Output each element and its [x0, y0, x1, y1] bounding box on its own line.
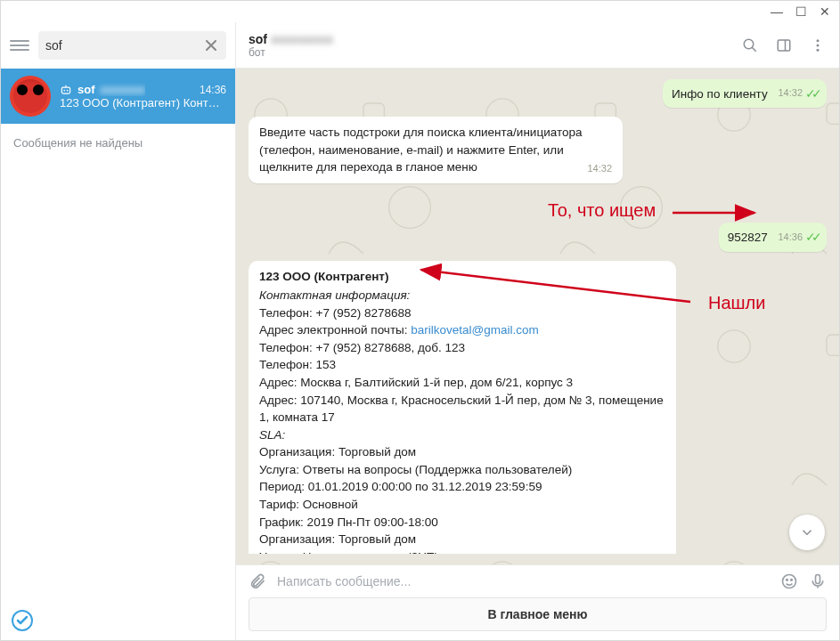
- info-line: Услуга: Написание отчета (ЗУП): [259, 548, 665, 554]
- info-line: Телефон: +7 (952) 8278688: [259, 304, 665, 322]
- avatar: [10, 76, 51, 117]
- svg-point-2: [67, 89, 69, 91]
- no-results-label: Сообщения не найдены: [1, 124, 235, 162]
- svg-point-10: [817, 48, 820, 51]
- message-out[interactable]: Инфо по клиенту 14:32✓✓: [663, 79, 827, 108]
- message-time: 14:32: [778, 86, 803, 101]
- svg-rect-0: [61, 87, 69, 93]
- info-line: Телефон: 153: [259, 356, 665, 374]
- info-line: Тариф: Основной: [259, 496, 665, 514]
- svg-point-4: [744, 39, 754, 49]
- message-input[interactable]: [277, 574, 770, 588]
- window-close[interactable]: ✕: [820, 5, 830, 18]
- message-in[interactable]: Введите часть подстроки для поиска клиен…: [249, 117, 623, 183]
- svg-point-13: [783, 575, 796, 588]
- svg-point-15: [791, 580, 793, 581]
- search-clear-icon[interactable]: [203, 37, 219, 53]
- info-line: Телефон: +7 (952) 8278688, доб. 123: [259, 339, 665, 357]
- scroll-to-bottom-button[interactable]: [789, 515, 825, 550]
- chat-time: 14:36: [200, 84, 226, 96]
- message-text: Введите часть подстроки для поиска клиен…: [259, 126, 582, 174]
- info-line: Организация: Торговый дом: [259, 443, 665, 461]
- svg-rect-6: [778, 40, 790, 51]
- svg-point-14: [787, 580, 788, 581]
- info-line: Организация: Торговый дом: [259, 531, 665, 548]
- info-section-label: SLA: [259, 428, 282, 442]
- more-icon[interactable]: [809, 37, 827, 54]
- emoji-icon[interactable]: [780, 572, 798, 590]
- window-controls: — ☐ ✕: [1, 1, 839, 22]
- svg-point-9: [817, 44, 820, 46]
- chat-panel: sofxxxxxxxxx бот: [236, 22, 839, 640]
- search-icon[interactable]: [741, 37, 759, 54]
- message-out[interactable]: 952827 14:36✓✓: [719, 223, 827, 251]
- chat-name-prefix: sof: [77, 83, 95, 96]
- info-line: Период: 01.01.2019 0:00:00 по 31.12.2019…: [259, 478, 665, 496]
- message-text: 952827: [728, 231, 768, 244]
- message-time: 14:32: [587, 162, 612, 176]
- svg-line-5: [752, 47, 756, 52]
- attach-icon[interactable]: [249, 572, 266, 590]
- sidebar: sofxxxxxxx 14:36 123 ООО (Контрагент) Ко…: [1, 22, 236, 640]
- mic-icon[interactable]: [809, 572, 827, 590]
- info-line: Адрес: 107140, Москва г, Красносельский …: [259, 392, 665, 426]
- info-section-label: Контактная информация: [259, 288, 407, 302]
- message-time: 14:36: [778, 231, 803, 245]
- messages-area: Инфо по клиенту 14:32✓✓ Введите часть по…: [236, 69, 839, 564]
- hamburger-icon[interactable]: [10, 40, 29, 51]
- info-line: График: 2019 Пн-Пт 09:00-18:00: [259, 514, 665, 531]
- message-text: Инфо по клиенту: [672, 87, 768, 101]
- info-line: Адрес: Москва г, Балтийский 1-й пер, дом…: [259, 374, 665, 392]
- bot-icon: [60, 84, 72, 96]
- info-line: Адрес электронной почты: barilkovetal@gm…: [259, 321, 665, 339]
- chat-header: sofxxxxxxxxx бот: [236, 22, 839, 69]
- svg-rect-16: [816, 575, 820, 584]
- search-input[interactable]: [45, 38, 203, 53]
- chat-subtitle: бот: [249, 46, 333, 59]
- verified-badge-icon: [12, 610, 33, 631]
- chat-preview: 123 ООО (Контрагент) Конт…: [60, 96, 226, 110]
- chat-title-prefix: sof: [249, 32, 267, 46]
- read-ticks-icon: ✓✓: [805, 85, 818, 102]
- info-title: 123 ООО (Контрагент): [259, 268, 665, 286]
- svg-point-8: [817, 39, 820, 42]
- svg-point-1: [63, 89, 65, 91]
- search-box[interactable]: [38, 31, 226, 60]
- window-minimize[interactable]: —: [771, 5, 783, 18]
- main-menu-button[interactable]: В главное меню: [249, 597, 827, 631]
- chat-list-item[interactable]: sofxxxxxxx 14:36 123 ООО (Контрагент) Ко…: [1, 69, 235, 124]
- message-in-info[interactable]: 123 ООО (Контрагент) Контактная информац…: [249, 261, 676, 554]
- side-panel-icon[interactable]: [775, 37, 793, 54]
- read-ticks-icon: ✓✓: [805, 228, 818, 246]
- window-maximize[interactable]: ☐: [795, 5, 807, 18]
- composer: В главное меню: [236, 564, 839, 640]
- info-line: Услуга: Ответы на вопросы (Поддержка пол…: [259, 461, 665, 479]
- email-link[interactable]: barilkovetal@gmail.com: [411, 323, 539, 337]
